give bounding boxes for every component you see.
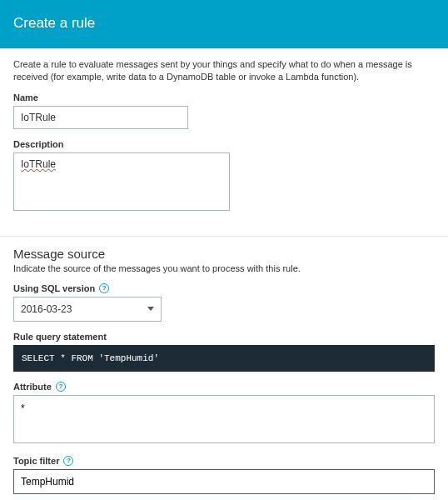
name-field-group: Name [13,92,435,129]
topic-filter-label-text: Topic filter [13,456,59,466]
intro-text: Create a rule to evaluate messages sent … [13,58,435,84]
message-source-section: Message source Indicate the source of th… [0,237,448,500]
sql-version-label: Using SQL version ? [13,283,435,293]
attribute-label-text: Attribute [13,382,52,392]
rule-query-code: SELECT * FROM 'TempHumid' [13,345,435,372]
description-input[interactable]: IoTRule [13,152,230,211]
name-label: Name [13,92,435,102]
attribute-input[interactable] [13,395,435,443]
rule-query-label: Rule query statement [13,332,435,342]
info-icon[interactable]: ? [63,456,73,466]
intro-section: Create a rule to evaluate messages sent … [0,48,448,231]
description-label: Description [13,139,435,149]
message-source-desc: Indicate the source of the messages you … [13,263,435,273]
rule-query-group: Rule query statement SELECT * FROM 'Temp… [13,332,435,372]
page-title: Create a rule [13,15,435,32]
attribute-group: Attribute ? [13,382,435,446]
description-value: IoTRule [21,158,56,170]
chevron-down-icon [147,307,154,311]
message-source-heading: Message source [13,247,435,261]
topic-filter-input[interactable] [13,469,435,494]
sql-version-group: Using SQL version ? 2016-03-23 [13,283,435,322]
attribute-label: Attribute ? [13,382,435,392]
topic-filter-group: Topic filter ? [13,456,435,494]
sql-version-select[interactable]: 2016-03-23 [13,297,162,322]
description-field-group: Description IoTRule [13,139,435,211]
info-icon[interactable]: ? [99,283,109,293]
sql-version-label-text: Using SQL version [13,283,95,293]
sql-version-value: 2016-03-23 [21,303,72,315]
info-icon[interactable]: ? [56,382,66,392]
page-header: Create a rule [0,0,448,48]
name-input[interactable] [13,106,188,129]
topic-filter-label: Topic filter ? [13,456,435,466]
